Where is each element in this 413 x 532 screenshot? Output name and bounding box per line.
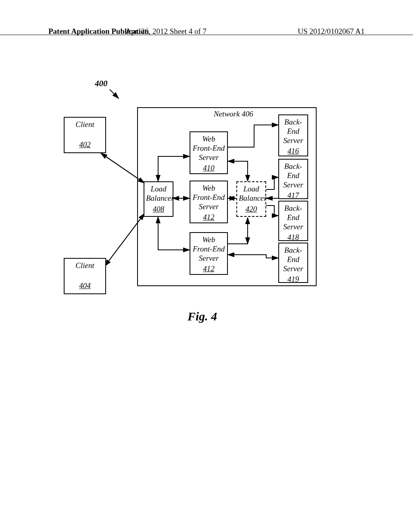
network-title: Network 406 xyxy=(214,110,253,118)
box-client-402: Client 402 xyxy=(64,117,106,153)
box-num: 412 xyxy=(203,213,215,222)
box-load-balancer-420: Load Balancer 420 xyxy=(236,181,266,217)
svg-line-0 xyxy=(110,89,119,98)
box-wfe-412b: Web Front-End Server 412 xyxy=(190,232,228,275)
box-be-417: Back- End Server 417 xyxy=(278,159,308,199)
box-label: Back- End Server xyxy=(283,162,303,189)
box-num: 402 xyxy=(79,140,91,150)
box-wfe-412a: Web Front-End Server 412 xyxy=(190,181,228,223)
box-num: 404 xyxy=(79,281,91,291)
box-num: 416 xyxy=(288,147,299,156)
box-be-418: Back- End Server 418 xyxy=(278,201,308,241)
box-label: Back- End Server xyxy=(283,118,303,145)
box-num: 418 xyxy=(288,233,299,242)
box-be-416: Back- End Server 416 xyxy=(278,114,308,156)
box-label: Back- End Server xyxy=(283,246,303,273)
box-label: Client xyxy=(75,261,94,270)
figure-caption: Fig. 4 xyxy=(188,310,217,323)
box-be-419: Back- End Server 419 xyxy=(278,243,308,283)
box-label: Web Front-End Server xyxy=(193,135,225,162)
box-num: 410 xyxy=(203,164,215,173)
box-label: Back- End Server xyxy=(283,204,303,231)
box-client-404: Client 404 xyxy=(64,258,106,294)
box-label: Client xyxy=(75,120,94,129)
box-load-balancer-408: Load Balancer 408 xyxy=(144,181,173,217)
box-label: Load Balancer xyxy=(239,185,267,202)
box-label: Web Front-End Server xyxy=(193,235,225,262)
box-label: Web Front-End Server xyxy=(193,184,225,211)
box-num: 412 xyxy=(203,264,215,274)
box-num: 420 xyxy=(246,205,257,214)
box-label: Load Balancer xyxy=(146,185,174,202)
box-wfe-410: Web Front-End Server 410 xyxy=(190,131,228,174)
box-num: 419 xyxy=(288,275,299,284)
box-num: 417 xyxy=(288,191,299,200)
box-num: 408 xyxy=(153,205,165,214)
